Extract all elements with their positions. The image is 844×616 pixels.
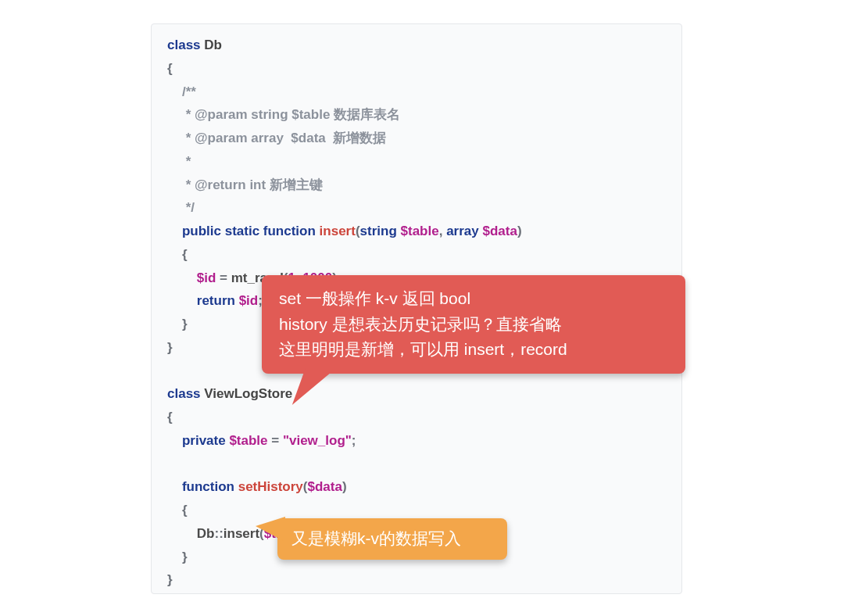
keyword-modifiers: public static function [182,224,316,238]
brace: } [167,340,173,355]
param-table: $table [401,224,439,238]
brace: { [167,410,173,424]
class-name-viewlogstore: ViewLogStore [204,386,292,401]
brace: } [167,572,173,587]
keyword-class: class [167,38,201,52]
string-viewlog: "view_log" [283,433,352,448]
comment: * @param string $table 数据库表名 [182,107,400,122]
var-id: $id [197,270,216,285]
var-id: $id [239,293,259,308]
function-name-sethistory: setHistory [238,479,303,494]
brace: { [167,61,173,76]
paren: ) [517,224,522,238]
paren: ) [342,479,347,494]
callout-red-line3: 这里明明是新增，可以用 insert，record [279,337,668,363]
type-string: string [360,224,397,238]
callout-orange-text: 又是模糊k-v的数据写入 [291,529,461,547]
call-db: Db [197,526,215,541]
call-insert: insert [224,526,259,541]
comment: * @param array $data 新增数据 [182,131,386,145]
semicolon: ; [352,433,356,448]
assign: = [268,433,283,448]
comment: /** [182,84,196,99]
callout-red: set 一般操作 k-v 返回 bool history 是想表达历史记录吗？直… [262,275,685,374]
brace: { [182,247,188,262]
callout-red-line2: history 是想表达历史记录吗？直接省略 [279,312,668,338]
comment: * [182,154,191,169]
class-name-db: Db [204,38,222,52]
brace: } [182,550,188,564]
comment: */ [182,200,195,215]
keyword-return: return [197,293,235,308]
brace: { [182,503,188,518]
double-colon: :: [214,526,223,541]
keyword-class: class [167,386,201,401]
comma: , [439,224,446,238]
keyword-function: function [182,479,234,494]
param-data: $data [308,479,342,494]
function-name-insert: insert [320,224,356,238]
param-data: $data [482,224,517,238]
callout-orange: 又是模糊k-v的数据写入 [277,518,507,560]
comment: * @return int 新增主键 [182,177,323,192]
keyword-private: private [182,433,226,448]
brace: } [182,317,188,331]
var-table: $table [229,433,267,448]
assign: = [216,270,231,285]
type-array: array [446,224,479,238]
callout-red-line1: set 一般操作 k-v 返回 bool [279,286,668,312]
